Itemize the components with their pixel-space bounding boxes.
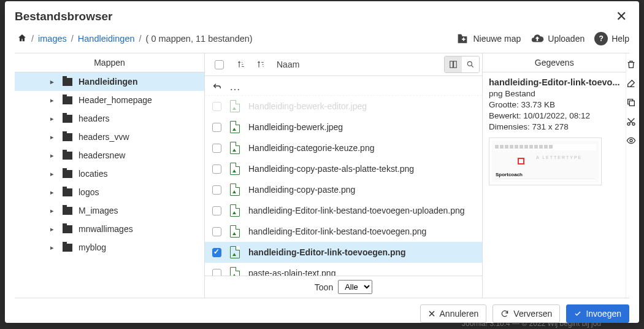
caret-icon: ▸ (48, 188, 56, 196)
image-file-icon (230, 121, 240, 133)
sidebar-item-folder[interactable]: ▸myblog (15, 238, 204, 257)
file-checkbox[interactable] (212, 102, 221, 111)
detail-type: png Bestand (489, 89, 619, 98)
sidebar-item-folder[interactable]: ▸headersnew (15, 146, 204, 164)
breadcrumb: / images / Handleidingen / ( 0 mappen, 1… (17, 33, 253, 45)
breadcrumb-sep: / (31, 34, 34, 44)
file-checkbox[interactable] (212, 123, 221, 132)
breadcrumb-current[interactable]: Handleidingen (78, 34, 135, 44)
modal-title: Bestandsbrowser (15, 10, 112, 23)
file-checkbox[interactable] (212, 164, 221, 174)
file-checkbox[interactable] (212, 144, 221, 153)
file-checkbox[interactable] (212, 227, 221, 236)
refresh-icon (500, 309, 509, 318)
copy-icon[interactable] (626, 98, 636, 109)
file-row[interactable]: handleiding-Editor-link-bestand-toevoege… (205, 221, 482, 242)
caret-icon: ▸ (48, 244, 56, 252)
delete-icon[interactable] (626, 60, 636, 71)
cancel-label: Annuleren (440, 309, 479, 319)
view-icon[interactable] (626, 136, 636, 147)
cancel-button[interactable]: Annuleren (420, 304, 487, 323)
sort-ext-button[interactable] (232, 57, 250, 72)
file-row-partial[interactable]: Handleiding-bewerk-editor.jpeg (205, 95, 482, 117)
file-row[interactable]: Handleiding-bewerk.jpeg (205, 117, 482, 137)
file-name: paste-as-plain-text.png (248, 268, 335, 276)
files-header: Naam (205, 53, 482, 76)
caret-icon: ▸ (48, 133, 56, 141)
svg-point-4 (467, 61, 472, 66)
folder-label: Header_homepage (79, 95, 152, 105)
sidebar-item-folder[interactable]: ▸M_images (15, 201, 204, 220)
refresh-button[interactable]: Verversen (493, 304, 560, 323)
folder-icon (63, 78, 72, 86)
folder-icon (63, 207, 72, 215)
file-name: handleiding-Editor-link-toevoegen.png (248, 247, 406, 257)
toolbar: / images / Handleidingen / ( 0 mappen, 1… (5, 26, 639, 53)
sidebar-item-folder[interactable]: ▸locaties (15, 164, 204, 183)
x-icon (428, 310, 435, 317)
filter-select[interactable]: Alle (338, 280, 372, 294)
up-folder-row[interactable]: … (205, 76, 482, 98)
detail-size: Grootte: 33.73 KB (489, 100, 619, 109)
name-column-header[interactable]: Naam (272, 60, 442, 69)
folder-icon (63, 115, 72, 123)
sidebar-item-folder[interactable]: ▸Handleidingen (15, 72, 204, 91)
detail-thumbnail[interactable]: A LETTERTYPE Sportcoach (489, 137, 602, 185)
view-list-button[interactable] (445, 56, 462, 72)
folder-tree: ▸Handleidingen▸Header_homepage▸headers▸h… (15, 72, 204, 257)
files-panel: Naam … Handleiding (205, 53, 482, 298)
file-row[interactable]: Handleiding-copy-paste.png (205, 179, 482, 200)
image-file-icon (230, 100, 240, 112)
breadcrumb-images[interactable]: images (38, 34, 67, 44)
sidebar-item-folder[interactable]: ▸headers (15, 109, 204, 128)
file-checkbox[interactable] (212, 185, 221, 195)
svg-rect-1 (463, 37, 464, 41)
file-name: Handleiding-copy-paste-als-platte-tekst.… (248, 164, 414, 174)
new-folder-button[interactable]: Nieuwe map (456, 32, 521, 45)
modal-footer: Annuleren Verversen Invoegen (5, 298, 639, 323)
svg-point-8 (630, 139, 632, 142)
file-row[interactable]: handleiding-Editor-link-bestand-toevoege… (205, 200, 482, 221)
folder-icon (63, 225, 72, 233)
file-row[interactable]: Handleiding-copy-paste-als-platte-tekst.… (205, 158, 482, 179)
insert-button[interactable]: Invoegen (566, 304, 629, 323)
file-checkbox[interactable] (212, 206, 221, 215)
help-button[interactable]: ? Help (594, 32, 629, 45)
folder-label: headers (79, 114, 110, 123)
detail-dimensions: Dimensies: 731 x 278 (489, 122, 619, 131)
file-checkbox[interactable] (212, 269, 221, 276)
modal-header: Bestandsbrowser ✕ (5, 1, 639, 26)
sidebar-item-folder[interactable]: ▸logos (15, 183, 204, 201)
home-icon[interactable] (17, 33, 27, 45)
file-row[interactable]: handleiding-Editor-link-toevoegen.png (205, 242, 482, 263)
folder-icon (63, 133, 72, 141)
sidebar-item-folder[interactable]: ▸mnwallimages (15, 220, 204, 238)
caret-icon: ▸ (48, 78, 56, 86)
rename-icon[interactable] (626, 79, 636, 90)
image-file-icon (230, 246, 240, 258)
details-main: Gegevens handleiding-Editor-link-toevo..… (483, 53, 626, 298)
sort-name-button[interactable] (252, 57, 269, 72)
cloud-upload-icon (531, 32, 544, 45)
details-header: Gegevens (483, 53, 626, 72)
search-button[interactable] (462, 56, 479, 72)
cut-icon[interactable] (626, 117, 636, 128)
folder-tree-scroll[interactable]: ▸Handleidingen▸Header_homepage▸headers▸h… (15, 72, 204, 298)
breadcrumb-sep: / (71, 34, 74, 44)
upload-button[interactable]: Uploaden (531, 32, 585, 45)
file-row[interactable]: paste-as-plain-text.png (205, 263, 482, 276)
file-row[interactable]: Handleiding-categorie-keuze.png (205, 137, 482, 158)
sidebar-item-folder[interactable]: ▸headers_vvw (15, 128, 204, 146)
svg-rect-2 (450, 61, 453, 68)
sidebar-item-folder[interactable]: ▸Header_homepage (15, 91, 204, 109)
close-icon[interactable]: ✕ (613, 7, 629, 26)
image-file-icon (230, 204, 240, 217)
caret-icon: ▸ (48, 225, 56, 233)
image-file-icon (230, 225, 240, 238)
select-all-checkbox[interactable] (215, 60, 224, 69)
files-list-scroll[interactable]: … Handleiding-bewerk-editor.jpeg Handlei… (205, 76, 482, 276)
check-icon (574, 310, 581, 317)
file-checkbox[interactable] (212, 248, 221, 257)
caret-icon: ▸ (48, 96, 56, 104)
svg-rect-3 (454, 61, 457, 68)
